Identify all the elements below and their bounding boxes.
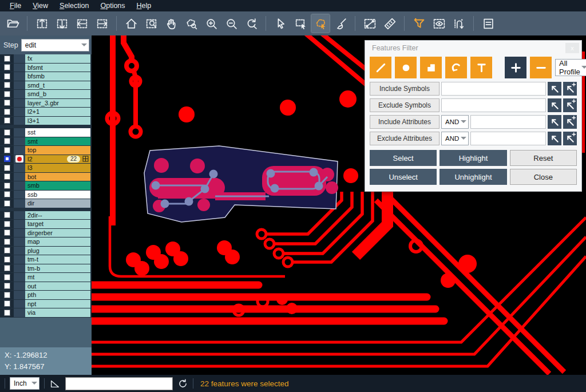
layer-checkbox[interactable]: [4, 200, 10, 207]
layer-chip-bot[interactable]: bot: [25, 173, 90, 181]
logic-select[interactable]: AND: [441, 115, 469, 129]
select-arrow-icon[interactable]: [271, 14, 290, 33]
layer-checkbox[interactable]: [4, 274, 10, 280]
layer-checkbox[interactable]: [4, 256, 10, 263]
layer-checkbox[interactable]: [4, 117, 10, 124]
active-layer-indicator-cell[interactable]: [14, 81, 25, 90]
active-layer-indicator-cell[interactable]: [14, 137, 25, 146]
active-layer-indicator-cell[interactable]: [14, 155, 25, 164]
pan-hand-icon[interactable]: [162, 14, 180, 33]
active-layer-indicator-cell[interactable]: [14, 181, 25, 190]
layer-chip-sst[interactable]: sst: [25, 128, 90, 137]
unit-select[interactable]: Inch: [10, 377, 39, 390]
zoom-polygon-icon[interactable]: [182, 14, 200, 33]
feature-type-arc-icon[interactable]: [445, 57, 467, 78]
feature-type-line-icon[interactable]: [370, 57, 391, 78]
pick-arrow-icon[interactable]: [548, 115, 561, 129]
feature-type-add-icon[interactable]: [505, 57, 526, 78]
layer-chip-fx[interactable]: fx: [25, 54, 90, 63]
profile-select[interactable]: All Profile: [555, 59, 586, 76]
active-layer-indicator-cell[interactable]: [14, 273, 25, 282]
loop-trace-icon[interactable]: [450, 14, 468, 33]
layer-checkbox[interactable]: [4, 129, 10, 136]
snap-angle-icon[interactable]: [49, 378, 61, 389]
active-layer-indicator-cell[interactable]: [14, 308, 25, 317]
logic-select[interactable]: AND: [441, 132, 469, 145]
active-layer-indicator-cell[interactable]: [14, 199, 25, 208]
layer-chip-bfsmb[interactable]: bfsmb: [25, 72, 90, 81]
filter-row-label[interactable]: Include Symbols: [370, 82, 440, 96]
layer-chip-dirgerber[interactable]: dirgerber: [25, 229, 90, 237]
active-layer-indicator-cell[interactable]: [14, 99, 25, 108]
filter-row-label[interactable]: Exclude Symbols: [370, 98, 440, 112]
layer-checkbox[interactable]: [4, 229, 10, 236]
zoom-in-icon[interactable]: [202, 14, 220, 33]
pick-arrow-icon[interactable]: [548, 132, 561, 145]
layer-chip-tm-b[interactable]: tm-b: [25, 264, 90, 273]
active-layer-indicator-cell[interactable]: [14, 117, 25, 125]
layer-chip-l3[interactable]: l3: [25, 164, 90, 172]
feature-type-pad-icon[interactable]: [395, 57, 417, 78]
layer-checkbox[interactable]: [4, 56, 10, 62]
refresh-icon[interactable]: [177, 378, 188, 389]
layer-chip-layer_3.gbr[interactable]: layer_3.gbr: [25, 99, 90, 108]
active-layer-indicator-cell[interactable]: [14, 237, 25, 246]
active-layer-indicator-cell[interactable]: [14, 146, 25, 155]
shift-left-icon[interactable]: [73, 14, 91, 33]
pick-arrow-icon[interactable]: [548, 82, 561, 96]
layer-checkbox[interactable]: [4, 109, 10, 115]
layer-checkbox[interactable]: [4, 221, 10, 227]
home-view-icon[interactable]: [122, 14, 140, 33]
close-button[interactable]: Close: [510, 169, 577, 185]
select-rect-icon[interactable]: [291, 14, 310, 33]
layer-chip-via[interactable]: via: [25, 308, 90, 317]
layer-chip-out[interactable]: out: [25, 282, 90, 291]
reset-button[interactable]: Reset: [510, 150, 577, 166]
unhighlight-button[interactable]: Unhighlight: [440, 169, 506, 185]
layer-checkbox[interactable]: [4, 183, 10, 189]
view-window-icon[interactable]: [430, 14, 448, 33]
filter-value-input[interactable]: [441, 98, 546, 112]
close-icon[interactable]: x: [565, 43, 579, 53]
layer-checkbox[interactable]: [4, 91, 10, 97]
layer-checkbox[interactable]: [4, 173, 10, 180]
active-layer-indicator-cell[interactable]: [14, 247, 25, 255]
active-layer-indicator-cell[interactable]: [14, 220, 25, 228]
shift-up-icon[interactable]: [33, 14, 51, 33]
pcb-canvas[interactable]: Features Filter x All Profile Include Sy…: [92, 35, 586, 375]
active-layer-indicator-cell[interactable]: [14, 173, 25, 181]
layer-chip-l3+1[interactable]: l3+1: [25, 117, 90, 125]
active-layer-indicator-cell[interactable]: [14, 264, 25, 273]
filter-value-input[interactable]: [441, 82, 546, 96]
step-select[interactable]: edit: [21, 39, 89, 52]
layer-chip-pth[interactable]: pth: [25, 291, 90, 299]
active-layer-indicator-cell[interactable]: [14, 108, 25, 116]
active-layer-indicator-cell[interactable]: [14, 282, 25, 291]
select-polygon-icon[interactable]: [311, 14, 330, 33]
ruler-icon[interactable]: [381, 14, 399, 33]
layers-panel-icon[interactable]: [479, 14, 497, 33]
layer-checkbox[interactable]: [4, 147, 10, 153]
zoom-area-icon[interactable]: [142, 14, 160, 33]
pick-arrow-add-icon[interactable]: [563, 132, 577, 145]
layer-checkbox[interactable]: [4, 247, 10, 254]
layer-checkbox[interactable]: [4, 300, 10, 307]
layer-checkbox[interactable]: [4, 73, 10, 80]
pick-arrow-add-icon[interactable]: [563, 82, 577, 96]
feature-type-text-icon[interactable]: [470, 57, 492, 78]
pick-arrow-add-icon[interactable]: [563, 98, 577, 112]
layer-checkbox[interactable]: [4, 165, 10, 171]
layer-chip-plug[interactable]: plug: [25, 247, 90, 255]
zoom-previous-icon[interactable]: [242, 14, 260, 33]
layer-chip-smb[interactable]: smb: [25, 181, 90, 190]
pick-arrow-icon[interactable]: [548, 98, 561, 112]
layer-checkbox[interactable]: [4, 191, 10, 197]
grid-icon[interactable]: [82, 156, 89, 162]
layer-checkbox[interactable]: [4, 212, 10, 218]
filter-value-input[interactable]: [470, 132, 546, 145]
active-layer-indicator-cell[interactable]: [14, 291, 25, 299]
layer-chip-dir[interactable]: dir: [25, 199, 90, 208]
layer-checkbox[interactable]: [4, 156, 10, 162]
active-layer-indicator-cell[interactable]: [14, 90, 25, 98]
measure-line-icon[interactable]: [361, 14, 379, 33]
